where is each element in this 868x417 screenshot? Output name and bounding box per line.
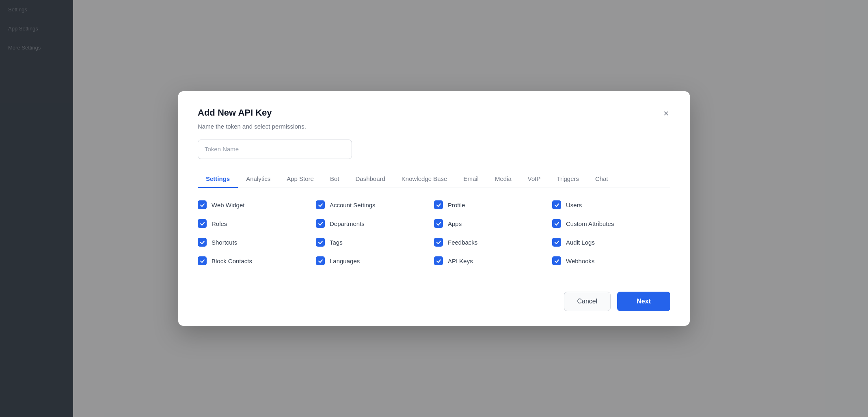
check-icon — [318, 202, 323, 208]
tab-media[interactable]: Media — [487, 170, 520, 188]
perm-label-apps: Apps — [448, 220, 462, 227]
tabs-bar: Settings Analytics App Store Bot Dashboa… — [198, 170, 670, 188]
check-icon — [554, 258, 559, 264]
perm-languages: Languages — [316, 256, 434, 265]
checkbox-profile[interactable] — [434, 200, 443, 209]
check-icon — [200, 240, 205, 245]
checkbox-departments[interactable] — [316, 219, 325, 228]
perm-webhooks: Webhooks — [552, 256, 670, 265]
cancel-button[interactable]: Cancel — [564, 292, 611, 311]
check-icon — [200, 258, 205, 264]
perm-label-profile: Profile — [448, 202, 465, 208]
perm-label-shortcuts: Shortcuts — [212, 239, 237, 246]
check-icon — [436, 202, 441, 208]
check-icon — [554, 202, 559, 208]
check-icon — [200, 202, 205, 208]
modal-header: Add New API Key × — [198, 107, 670, 120]
check-icon — [436, 240, 441, 245]
perm-label-web-widget: Web Widget — [212, 202, 244, 208]
checkbox-web-widget[interactable] — [198, 200, 207, 209]
perm-label-audit-logs: Audit Logs — [566, 239, 595, 246]
perm-audit-logs: Audit Logs — [552, 238, 670, 247]
perm-label-departments: Departments — [330, 220, 365, 227]
checkbox-api-keys[interactable] — [434, 256, 443, 265]
perm-label-roles: Roles — [212, 220, 227, 227]
perm-tags: Tags — [316, 238, 434, 247]
checkbox-feedbacks[interactable] — [434, 238, 443, 247]
checkbox-roles[interactable] — [198, 219, 207, 228]
perm-departments: Departments — [316, 219, 434, 228]
tab-email[interactable]: Email — [455, 170, 487, 188]
perm-users: Users — [552, 200, 670, 209]
footer-divider — [178, 280, 690, 280]
check-icon — [318, 258, 323, 264]
perm-label-users: Users — [566, 202, 582, 208]
check-icon — [200, 221, 205, 226]
checkbox-apps[interactable] — [434, 219, 443, 228]
perm-label-tags: Tags — [330, 239, 343, 246]
perm-profile: Profile — [434, 200, 552, 209]
permissions-grid: Web Widget Account Settings Profile User… — [198, 200, 670, 265]
perm-label-api-keys: API Keys — [448, 258, 473, 264]
perm-roles: Roles — [198, 219, 316, 228]
tab-voip[interactable]: VoIP — [520, 170, 549, 188]
tab-app-store[interactable]: App Store — [279, 170, 322, 188]
checkbox-audit-logs[interactable] — [552, 238, 561, 247]
check-icon — [436, 258, 441, 264]
check-icon — [318, 221, 323, 226]
tab-triggers[interactable]: Triggers — [549, 170, 587, 188]
checkbox-shortcuts[interactable] — [198, 238, 207, 247]
tab-knowledge-base[interactable]: Knowledge Base — [393, 170, 456, 188]
perm-label-webhooks: Webhooks — [566, 258, 595, 264]
modal-footer: Cancel Next — [198, 292, 670, 311]
perm-feedbacks: Feedbacks — [434, 238, 552, 247]
perm-api-keys: API Keys — [434, 256, 552, 265]
tab-dashboard[interactable]: Dashboard — [347, 170, 393, 188]
checkbox-account-settings[interactable] — [316, 200, 325, 209]
perm-label-languages: Languages — [330, 258, 360, 264]
checkbox-users[interactable] — [552, 200, 561, 209]
check-icon — [318, 240, 323, 245]
tab-settings[interactable]: Settings — [198, 170, 238, 188]
checkbox-block-contacts[interactable] — [198, 256, 207, 265]
perm-label-account-settings: Account Settings — [330, 202, 376, 208]
perm-label-block-contacts: Block Contacts — [212, 258, 252, 264]
tab-analytics[interactable]: Analytics — [238, 170, 279, 188]
perm-label-feedbacks: Feedbacks — [448, 239, 477, 246]
checkbox-tags[interactable] — [316, 238, 325, 247]
perm-block-contacts: Block Contacts — [198, 256, 316, 265]
tab-chat[interactable]: Chat — [587, 170, 616, 188]
checkbox-languages[interactable] — [316, 256, 325, 265]
perm-shortcuts: Shortcuts — [198, 238, 316, 247]
checkbox-webhooks[interactable] — [552, 256, 561, 265]
next-button[interactable]: Next — [617, 292, 670, 311]
perm-account-settings: Account Settings — [316, 200, 434, 209]
close-button[interactable]: × — [662, 107, 670, 120]
checkbox-custom-attributes[interactable] — [552, 219, 561, 228]
modal-container: Add New API Key × Name the token and sel… — [178, 91, 690, 326]
perm-apps: Apps — [434, 219, 552, 228]
perm-web-widget: Web Widget — [198, 200, 316, 209]
check-icon — [554, 221, 559, 226]
modal-title: Add New API Key — [198, 107, 272, 118]
check-icon — [554, 240, 559, 245]
tab-bot[interactable]: Bot — [322, 170, 348, 188]
check-icon — [436, 221, 441, 226]
token-name-input[interactable] — [198, 140, 352, 159]
perm-label-custom-attributes: Custom Attributes — [566, 220, 614, 227]
modal-subtitle: Name the token and select permissions. — [198, 123, 670, 130]
perm-custom-attributes: Custom Attributes — [552, 219, 670, 228]
